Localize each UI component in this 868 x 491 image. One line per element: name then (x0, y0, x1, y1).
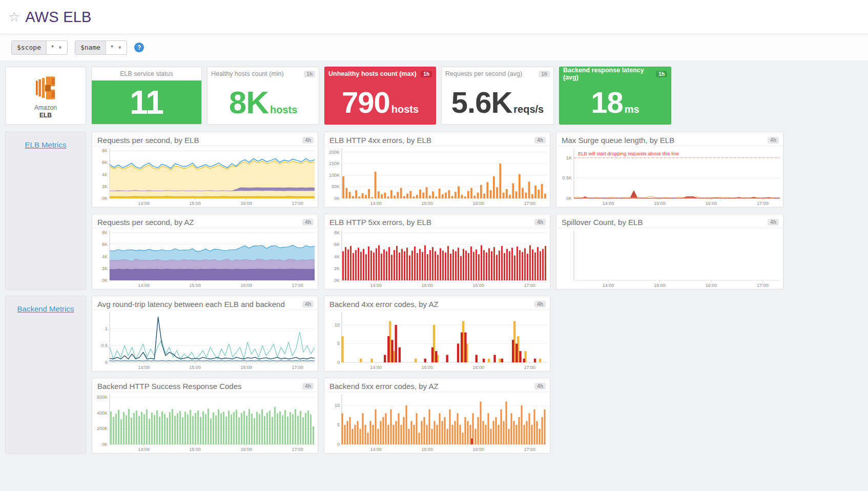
chart-avg-round-trip-latency: Avg round-trip latency between each ELB … (92, 296, 318, 372)
timeframe-badge: 4h (302, 137, 314, 144)
name-variable-dropdown[interactable]: $name * ▼ (75, 40, 127, 55)
widget-title-row: Requests per second (avg) 1h (442, 67, 553, 80)
chart-plot-area[interactable]: 10.5014:0015:0016:0017:00 (92, 310, 318, 371)
widget-value-area: 8K hosts (208, 80, 319, 124)
svg-text:14:00: 14:00 (138, 365, 150, 370)
svg-text:16:00: 16:00 (473, 365, 485, 370)
svg-text:8K: 8K (102, 230, 108, 235)
svg-text:0K: 0K (102, 278, 108, 283)
svg-text:14:00: 14:00 (603, 283, 614, 288)
top-widgets-row: Amazon ELB ELB service status 11 Healthy… (5, 67, 863, 125)
backend-metrics-note: Backend Metrics (5, 296, 86, 454)
chart-plot-area[interactable]: 105014:0015:0016:0017:00 (324, 310, 550, 371)
svg-text:0: 0 (105, 360, 108, 365)
chart-title: Requests per second, by AZ (97, 218, 194, 227)
svg-text:15:00: 15:00 (190, 365, 201, 370)
chart-plot-area[interactable]: 8K6K4K2K0K14:0015:0016:0017:00 (92, 146, 318, 207)
svg-text:17:00: 17:00 (524, 447, 536, 452)
svg-text:0: 0 (337, 360, 340, 365)
svg-text:15:00: 15:00 (190, 283, 201, 288)
chart-title: Max Surge queue length, by ELB (562, 136, 674, 145)
chart-title: Backend 5xx error codes, by AZ (329, 382, 439, 391)
service-status-value: 11 (130, 84, 163, 121)
backend-metrics-link[interactable]: Backend Metrics (17, 304, 74, 313)
svg-text:17:00: 17:00 (292, 283, 304, 288)
chart-requests-per-second-by-elb: Requests per second, by ELB 4h 8K6K4K2K0… (92, 132, 318, 208)
chart-spillover-count: Spillover Count, by ELB 4h 14:0015:0016:… (556, 214, 783, 290)
svg-text:0K: 0K (334, 278, 340, 283)
help-icon[interactable]: ? (134, 43, 144, 52)
chart-plot-area[interactable]: 8K6K4K2K0K14:0015:0016:0017:00 (92, 228, 318, 289)
healthy-hosts-widget: Healthy hosts count (min) 1h 8K hosts (207, 67, 319, 125)
chart-backend-http-success-codes: Backend HTTP Success Response Codes 4h 6… (92, 378, 318, 454)
unhealthy-hosts-widget: Unhealthy hosts count (max) 1h 790 hosts (324, 67, 436, 125)
svg-text:0: 0 (337, 442, 340, 447)
favorite-star-icon[interactable]: ☆ (8, 9, 20, 25)
chart-title: Requests per second, by ELB (97, 136, 199, 145)
svg-text:15:00: 15:00 (654, 201, 666, 206)
chart-title: Backend HTTP Success Response Codes (97, 382, 242, 391)
svg-text:15:00: 15:00 (654, 283, 666, 288)
chart-plot-area[interactable]: 1K0.5K0K14:0015:0016:0017:00ELB will sta… (556, 146, 783, 207)
elb-metrics-link[interactable]: ELB Metrics (25, 140, 67, 149)
timeframe-badge: 4h (534, 219, 546, 226)
chevron-down-icon: ▼ (58, 45, 63, 50)
unhealthy-hosts-unit: hosts (391, 104, 419, 115)
svg-text:200K: 200K (329, 150, 340, 155)
svg-text:16:00: 16:00 (241, 283, 253, 288)
svg-text:17:00: 17:00 (292, 365, 304, 370)
chart-plot-area[interactable]: 600K400K200K0K14:0015:0016:0017:00 (92, 392, 318, 453)
elb-service-status-widget: ELB service status 11 (91, 67, 202, 125)
name-variable-value[interactable]: * ▼ (106, 41, 127, 54)
svg-text:0.5: 0.5 (101, 343, 108, 348)
svg-text:14:00: 14:00 (138, 201, 150, 206)
chart-title: Avg round-trip latency between each ELB … (97, 300, 285, 309)
logo-caption: Amazon ELB (34, 104, 57, 119)
widget-title: Backend response latency (avg) (563, 67, 656, 81)
scope-variable-dropdown[interactable]: $scope * ▼ (11, 40, 68, 55)
scope-selected-value: * (51, 44, 54, 51)
svg-text:17:00: 17:00 (292, 201, 304, 206)
svg-text:16:00: 16:00 (241, 201, 253, 206)
chart-plot-area[interactable]: 8K6K4K2K0K14:0015:0016:0017:00 (324, 228, 550, 289)
scope-variable-value[interactable]: * ▼ (47, 41, 67, 54)
svg-text:16:00: 16:00 (241, 447, 253, 452)
svg-text:1: 1 (105, 326, 108, 331)
timeframe-badge: 1h (539, 71, 550, 77)
widget-title: ELB service status (92, 67, 201, 80)
svg-text:2K: 2K (334, 266, 340, 271)
chevron-down-icon: ▼ (117, 45, 122, 50)
widget-title-row: Unhealthy hosts count (max) 1h (325, 67, 436, 80)
svg-text:16:00: 16:00 (473, 283, 485, 288)
healthy-hosts-unit: hosts (270, 104, 297, 116)
svg-text:0K: 0K (102, 442, 108, 447)
svg-text:16:00: 16:00 (706, 283, 717, 288)
svg-text:400K: 400K (97, 411, 108, 416)
svg-text:15:00: 15:00 (190, 201, 201, 206)
svg-text:10: 10 (335, 403, 340, 408)
svg-text:10: 10 (335, 322, 340, 328)
timeframe-badge: 1h (304, 71, 315, 77)
chart-title: ELB HTTP 5xx errors, by ELB (329, 218, 431, 227)
page-title: AWS ELB (25, 9, 91, 26)
chart-plot-area[interactable]: 200K150K100K50K0K14:0015:0016:0017:00 (324, 146, 550, 207)
svg-text:17:00: 17:00 (524, 201, 536, 206)
svg-text:100K: 100K (329, 173, 340, 178)
timeframe-badge: 1h (656, 71, 667, 77)
svg-text:6K: 6K (102, 242, 108, 247)
chart-grid: ELB Metrics Requests per second, by ELB … (5, 132, 863, 454)
timeframe-badge: 1h (421, 71, 432, 77)
unhealthy-hosts-value: 790 (342, 85, 390, 119)
svg-text:14:00: 14:00 (603, 201, 614, 206)
chart-plot-area[interactable]: 14:0015:0016:0017:00 (556, 228, 783, 289)
svg-text:1K: 1K (566, 155, 572, 160)
svg-text:600K: 600K (97, 395, 108, 400)
chart-plot-area[interactable]: 105014:0015:0016:0017:00 (324, 392, 550, 453)
svg-text:14:00: 14:00 (370, 365, 382, 370)
backend-latency-unit: ms (625, 104, 639, 115)
chart-elb-http-4xx-errors: ELB HTTP 4xx errors, by ELB 4h 200K150K1… (324, 132, 550, 208)
svg-text:16:00: 16:00 (473, 201, 485, 206)
svg-text:6K: 6K (102, 160, 108, 165)
widget-title-row: Healthy hosts count (min) 1h (208, 67, 319, 80)
chart-backend-5xx-error-codes: Backend 5xx error codes, by AZ 4h 105014… (324, 378, 550, 454)
